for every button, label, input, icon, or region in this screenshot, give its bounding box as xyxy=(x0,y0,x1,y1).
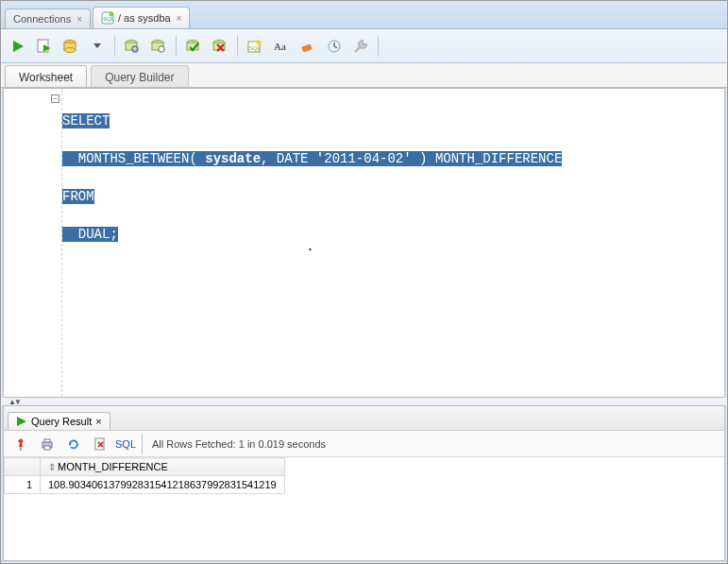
sql-token: , DATE '2011-04-02' ) MONTH_DIFFERENCE xyxy=(261,151,562,166)
refresh-button[interactable] xyxy=(62,433,85,455)
separator xyxy=(142,434,143,454)
separator xyxy=(378,36,379,57)
sql-history-button[interactable] xyxy=(323,35,346,58)
db-gear-icon xyxy=(63,39,78,54)
clear-button[interactable] xyxy=(296,35,319,58)
autotrace-button[interactable] xyxy=(59,35,82,58)
tab-query-result[interactable]: Query Result × xyxy=(8,412,110,430)
rollback-button[interactable] xyxy=(209,35,231,58)
cancel-button[interactable] xyxy=(89,433,111,455)
refresh-icon xyxy=(67,437,80,451)
result-panel: Query Result × SQL All Rows Fetched: 1 i… xyxy=(3,405,725,561)
play-icon xyxy=(11,40,25,53)
code-area[interactable]: SELECT MONTHS_BETWEEN( sysdate, DATE '20… xyxy=(62,89,724,397)
tab-query-builder-label: Query Builder xyxy=(105,71,174,84)
tab-worksheet[interactable]: Worksheet xyxy=(5,65,87,87)
print-button[interactable] xyxy=(36,433,59,455)
separator xyxy=(176,36,177,57)
db-clock-icon xyxy=(151,39,166,54)
result-table: ⇕MONTH_DIFFERENCE 1 108.9034061379928315… xyxy=(4,457,285,494)
unshared-worksheet-button[interactable]: SQL xyxy=(244,35,266,58)
run-statement-button[interactable] xyxy=(7,35,29,58)
svg-rect-29 xyxy=(44,439,50,442)
svg-point-2 xyxy=(110,12,114,17)
main-toolbar: SQL Aa xyxy=(1,29,727,63)
sql-token: MONTHS_BETWEEN( xyxy=(62,151,205,166)
table-header-row: ⇕MONTH_DIFFERENCE xyxy=(5,458,285,476)
pin-button[interactable] xyxy=(9,433,32,455)
explain-plan-button[interactable] xyxy=(121,35,144,58)
data-cell[interactable]: 108.903406137992831541218637992831541219 xyxy=(41,476,285,494)
wrench-icon xyxy=(353,39,368,54)
db-x-icon xyxy=(212,39,228,54)
doc-x-icon xyxy=(93,437,107,451)
svg-marker-3 xyxy=(13,41,24,52)
splitter-handle[interactable]: ▲▼ xyxy=(1,398,727,405)
sql-token: SELECT xyxy=(62,113,110,128)
row-number-cell: 1 xyxy=(5,476,41,494)
tab-session[interactable]: SQL / as sysdba × xyxy=(93,7,190,28)
svg-text:SQL: SQL xyxy=(249,45,262,51)
tab-query-result-label: Query Result xyxy=(31,416,92,427)
row-number-header[interactable] xyxy=(5,458,41,476)
fold-toggle[interactable]: − xyxy=(51,94,59,103)
close-icon[interactable]: × xyxy=(95,416,101,427)
tab-worksheet-label: Worksheet xyxy=(19,71,73,84)
svg-text:SQL: SQL xyxy=(103,16,114,22)
status-text: All Rows Fetched: 1 in 0.019 seconds xyxy=(152,438,326,450)
dbms-output-button[interactable] xyxy=(349,35,372,58)
pin-icon xyxy=(14,437,27,451)
sql-token: DUAL; xyxy=(62,227,118,242)
sort-icon: ⇕ xyxy=(48,462,56,472)
sql-tuning-button[interactable] xyxy=(147,35,170,58)
svg-text:Aa: Aa xyxy=(274,41,286,52)
svg-rect-30 xyxy=(44,446,50,450)
svg-point-8 xyxy=(64,47,76,52)
result-tab-bar: Query Result × xyxy=(4,406,724,431)
clock-icon xyxy=(327,39,342,54)
svg-point-15 xyxy=(159,45,164,51)
sql-token: FROM xyxy=(62,189,94,204)
separator xyxy=(237,36,238,57)
svg-marker-26 xyxy=(17,417,26,426)
caret-indicator: • xyxy=(308,240,313,259)
result-grid[interactable]: ⇕MONTH_DIFFERENCE 1 108.9034061379928315… xyxy=(4,457,724,560)
dropdown-button[interactable] xyxy=(86,35,109,58)
close-icon[interactable]: × xyxy=(76,14,82,25)
text-case-icon: Aa xyxy=(274,40,289,53)
result-toolbar: SQL All Rows Fetched: 1 in 0.019 seconds xyxy=(4,431,724,457)
db-check-icon xyxy=(186,39,201,54)
svg-marker-9 xyxy=(93,43,101,48)
table-row[interactable]: 1 108.9034061379928315412186379928315412… xyxy=(5,476,285,494)
tab-connections[interactable]: Connections × xyxy=(5,9,91,28)
tab-connections-label: Connections xyxy=(13,13,71,25)
to-uppercase-button[interactable]: Aa xyxy=(270,35,293,58)
script-play-icon xyxy=(37,39,52,54)
commit-button[interactable] xyxy=(182,35,205,58)
sql-token: sysdate xyxy=(205,151,261,166)
play-icon xyxy=(16,416,27,427)
separator xyxy=(114,36,115,57)
svg-rect-24 xyxy=(301,43,312,52)
printer-icon xyxy=(41,437,54,451)
close-icon[interactable]: × xyxy=(177,13,182,24)
db-search-icon xyxy=(125,39,140,54)
editor-subtabs: Worksheet Query Builder xyxy=(1,63,727,88)
column-header-label: MONTH_DIFFERENCE xyxy=(58,461,168,472)
sql-link[interactable]: SQL xyxy=(115,438,136,450)
run-script-button[interactable] xyxy=(33,35,56,58)
chevron-down-icon xyxy=(93,41,101,52)
column-header[interactable]: ⇕MONTH_DIFFERENCE xyxy=(41,458,285,476)
sql-file-icon: SQL xyxy=(101,11,114,25)
sql-editor[interactable]: − SELECT MONTHS_BETWEEN( sysdate, DATE '… xyxy=(3,88,725,398)
tab-query-builder[interactable]: Query Builder xyxy=(91,65,188,87)
eraser-icon xyxy=(300,39,315,54)
editor-gutter: − xyxy=(4,89,62,397)
top-tab-bar: Connections × SQL / as sysdba × xyxy=(1,1,727,29)
sql-star-icon: SQL xyxy=(247,39,262,54)
tab-session-label: / as sysdba xyxy=(118,12,171,24)
